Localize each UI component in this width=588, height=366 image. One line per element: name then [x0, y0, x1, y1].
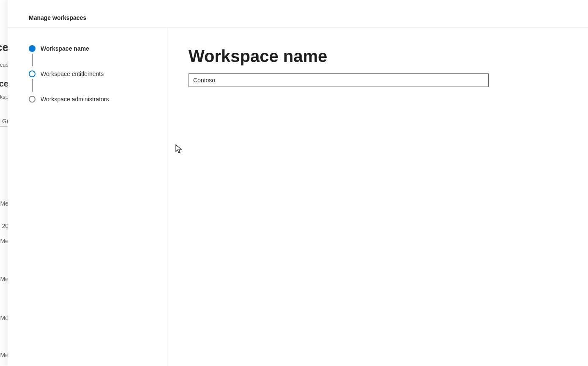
- wizard-content: Workspace name: [167, 27, 588, 366]
- manage-workspaces-panel: Manage workspaces Workspace name Workspa…: [8, 0, 588, 366]
- panel-title: Manage workspaces: [29, 14, 588, 21]
- step-workspace-entitlements[interactable]: Workspace entitlements: [29, 70, 159, 78]
- step-label: Workspace name: [41, 45, 89, 52]
- bg-fragment: ce: [0, 41, 8, 54]
- step-label: Workspace administrators: [41, 96, 109, 103]
- step-workspace-administrators[interactable]: Workspace administrators: [29, 95, 159, 103]
- step-indicator-next-icon: [29, 70, 36, 77]
- step-indicator-pending-icon: [29, 96, 36, 103]
- step-label: Workspace entitlements: [41, 70, 104, 77]
- panel-header: Manage workspaces: [8, 0, 588, 27]
- bg-fragment: cus: [0, 62, 8, 68]
- bg-fragment: rksp: [0, 94, 8, 100]
- step-connector-icon: [32, 54, 33, 66]
- page-title: Workspace name: [189, 47, 567, 66]
- bg-fragment: ce: [0, 79, 8, 89]
- step-indicator-active-icon: [29, 45, 36, 52]
- workspace-name-input[interactable]: [189, 73, 489, 87]
- bg-fragment: l Gu: [0, 116, 8, 127]
- step-workspace-name[interactable]: Workspace name: [29, 44, 159, 53]
- step-connector-icon: [32, 79, 33, 92]
- step-list: Workspace name Workspace entitlements Wo…: [29, 44, 159, 103]
- panel-body: Workspace name Workspace entitlements Wo…: [8, 27, 588, 366]
- wizard-steps-sidebar: Workspace name Workspace entitlements Wo…: [8, 27, 167, 366]
